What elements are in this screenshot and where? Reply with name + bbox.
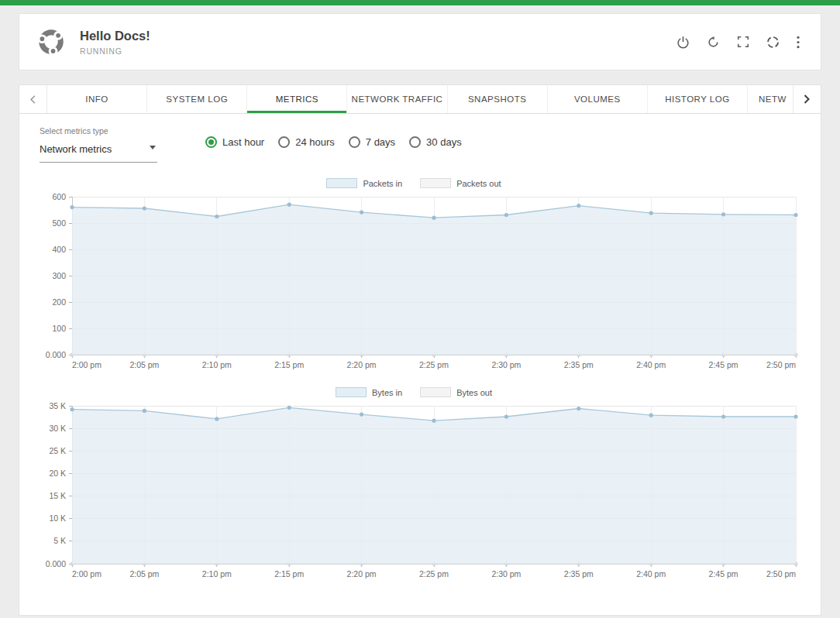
radio-label: 24 hours (295, 136, 335, 148)
tab-label: SYSTEM LOG (166, 94, 228, 104)
tab-scroll-left-button[interactable] (19, 85, 47, 113)
svg-text:2:40 pm: 2:40 pm (636, 360, 666, 369)
radio-icon (409, 136, 421, 148)
radio-icon (349, 136, 360, 148)
tab-info[interactable]: INFO (47, 85, 147, 113)
tab-system-log[interactable]: SYSTEM LOG (147, 85, 247, 113)
tab-snapshots[interactable]: SNAPSHOTS (448, 85, 548, 113)
time-range-radio-group: Last hour 24 hours 7 days 30 days (205, 126, 462, 148)
radio-icon (278, 136, 290, 148)
svg-text:2:45 pm: 2:45 pm (709, 569, 738, 579)
radio-selected-icon (205, 136, 217, 148)
legend-label-packets-out: Packets out (456, 179, 501, 188)
metrics-type-value: Network metrics (40, 143, 112, 155)
radio-label: 30 days (426, 136, 462, 148)
power-button[interactable] (671, 30, 695, 54)
bytes-chart-block: Bytes in Bytes out 35 K30 K25 K20 K15 K1… (40, 387, 800, 587)
metrics-type-select[interactable]: Network metrics (40, 137, 157, 163)
svg-text:25 K: 25 K (49, 446, 66, 455)
svg-text:600: 600 (52, 192, 66, 201)
metrics-type-label: Select metrics type (40, 126, 157, 136)
update-button[interactable] (761, 30, 785, 54)
caret-down-icon (150, 146, 156, 149)
svg-text:2:10 pm: 2:10 pm (202, 569, 232, 579)
tab-label: HISTORY LOG (665, 94, 729, 104)
instance-title: Hello Docs! (80, 29, 150, 43)
svg-text:2:30 pm: 2:30 pm (491, 569, 521, 579)
svg-text:10 K: 10 K (49, 513, 66, 523)
tab-label: NETWORK TRAFFIC (352, 94, 443, 104)
svg-text:400: 400 (52, 245, 66, 254)
svg-text:2:20 pm: 2:20 pm (347, 360, 377, 369)
svg-text:2:10 pm: 2:10 pm (202, 360, 232, 369)
tab-metrics[interactable]: METRICS (247, 85, 347, 113)
radio-7-days[interactable]: 7 days (349, 136, 395, 148)
tab-label: NETW (759, 94, 787, 104)
tab-label: VOLUMES (574, 94, 621, 104)
svg-text:0.000: 0.000 (46, 559, 66, 568)
radio-label: Last hour (222, 136, 264, 148)
svg-text:2:50 pm: 2:50 pm (766, 360, 796, 369)
svg-text:5 K: 5 K (53, 536, 66, 545)
svg-text:2:00 pm: 2:00 pm (72, 569, 102, 579)
legend-swatch-bytes-in (336, 387, 367, 397)
svg-text:20 K: 20 K (49, 469, 66, 478)
tab-label: SNAPSHOTS (468, 94, 526, 104)
svg-text:2:05 pm: 2:05 pm (129, 569, 159, 579)
legend-label-bytes-in: Bytes in (372, 388, 402, 397)
legend-label-bytes-out: Bytes out (456, 388, 492, 397)
svg-text:500: 500 (52, 218, 66, 228)
svg-text:30 K: 30 K (49, 424, 66, 433)
restart-button[interactable] (701, 30, 725, 54)
tab-history-log[interactable]: HISTORY LOG (648, 85, 748, 113)
instance-title-block: Hello Docs! RUNNING (80, 29, 150, 56)
svg-text:0.000: 0.000 (46, 350, 66, 359)
kebab-menu-button[interactable] (791, 30, 805, 54)
packets-chart-legend: Packets in Packets out (40, 178, 800, 188)
radio-24-hours[interactable]: 24 hours (278, 136, 335, 148)
svg-text:15 K: 15 K (49, 491, 66, 500)
ubuntu-logo-icon (35, 26, 67, 58)
instance-actions (671, 30, 805, 54)
instance-detail-card: INFO SYSTEM LOG METRICS NETWORK TRAFFIC … (19, 84, 821, 616)
bytes-chart: 35 K30 K25 K20 K15 K10 K5 K0.0002:00 pm2… (40, 401, 800, 584)
svg-text:2:45 pm: 2:45 pm (709, 360, 738, 369)
legend-swatch-bytes-out (420, 387, 451, 397)
radio-label: 7 days (366, 136, 395, 148)
tab-networks[interactable]: NETW (748, 85, 793, 113)
tab-bar: INFO SYSTEM LOG METRICS NETWORK TRAFFIC … (19, 85, 821, 114)
svg-text:2:35 pm: 2:35 pm (564, 569, 594, 579)
metrics-controls: Select metrics type Network metrics Last… (40, 126, 800, 163)
top-accent-bar (0, 0, 840, 5)
tab-scroll-right-button[interactable] (793, 85, 821, 113)
tab-network-traffic[interactable]: NETWORK TRAFFIC (347, 85, 447, 113)
instance-status: RUNNING (80, 46, 150, 56)
packets-chart-block: Packets in Packets out 60050040030020010… (40, 178, 800, 378)
svg-text:300: 300 (52, 271, 66, 280)
svg-text:2:40 pm: 2:40 pm (636, 569, 666, 579)
instance-header: Hello Docs! RUNNING (19, 13, 821, 70)
svg-text:2:15 pm: 2:15 pm (274, 360, 304, 369)
tab-label: METRICS (276, 94, 318, 104)
svg-text:2:00 pm: 2:00 pm (72, 360, 102, 369)
bytes-chart-legend: Bytes in Bytes out (40, 387, 800, 397)
svg-text:2:25 pm: 2:25 pm (419, 569, 449, 579)
svg-text:2:15 pm: 2:15 pm (274, 569, 304, 579)
svg-text:2:30 pm: 2:30 pm (491, 360, 521, 369)
svg-text:35 K: 35 K (49, 401, 66, 410)
svg-text:2:50 pm: 2:50 pm (766, 569, 796, 579)
svg-text:2:20 pm: 2:20 pm (347, 569, 377, 579)
fullscreen-button[interactable] (732, 30, 755, 53)
legend-label-packets-in: Packets in (363, 179, 402, 188)
svg-text:2:05 pm: 2:05 pm (129, 360, 159, 369)
svg-text:2:25 pm: 2:25 pm (419, 360, 449, 369)
legend-swatch-packets-out (420, 178, 451, 188)
tab-volumes[interactable]: VOLUMES (548, 85, 648, 113)
packets-chart: 6005004003002001000.0002:00 pm2:05 pm2:1… (40, 192, 800, 375)
metrics-content: Select metrics type Network metrics Last… (19, 114, 821, 615)
radio-last-hour[interactable]: Last hour (205, 136, 264, 148)
svg-text:200: 200 (52, 297, 66, 307)
tab-label: INFO (85, 94, 108, 104)
radio-30-days[interactable]: 30 days (409, 136, 462, 148)
legend-swatch-packets-in (326, 178, 357, 188)
